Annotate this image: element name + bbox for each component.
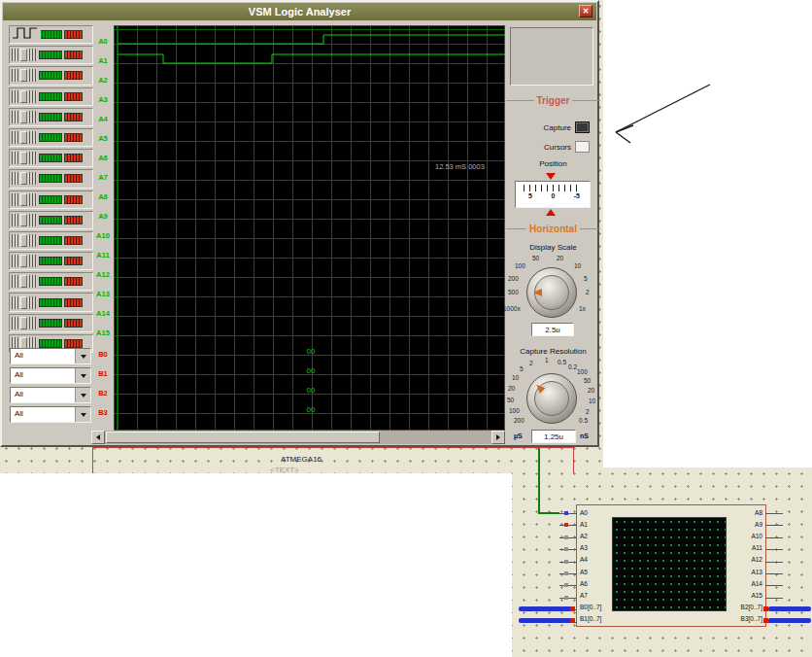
display-scale-value: 2.5u xyxy=(531,323,574,336)
trigger-pattern-a5[interactable] xyxy=(9,128,93,147)
cursors-row: Cursors xyxy=(510,141,590,153)
position-dial[interactable]: 5 0 -5 xyxy=(515,181,591,208)
pattern-slider-thumb[interactable] xyxy=(20,90,27,103)
trigger-pattern-a13[interactable] xyxy=(9,293,93,311)
capture-resolution-tick: 50 xyxy=(507,397,514,403)
analyser-pin-label: A10 xyxy=(751,533,762,539)
capture-resolution-tick: 2 xyxy=(586,408,590,415)
pattern-slider-thumb[interactable] xyxy=(20,234,27,247)
pattern-slider-thumb[interactable] xyxy=(20,49,27,61)
analyser-pin-label: A5 xyxy=(580,569,588,575)
trigger-pattern-a12[interactable] xyxy=(9,272,93,291)
display-scale-knob[interactable] xyxy=(526,267,577,318)
pattern-slider-thumb[interactable] xyxy=(20,172,27,185)
blank-area-right xyxy=(603,0,812,467)
arrow-left-icon xyxy=(96,434,100,440)
pattern-slider[interactable] xyxy=(12,275,37,288)
red-indicator xyxy=(64,133,83,142)
channel-filter-combo[interactable]: All xyxy=(10,406,91,423)
pattern-slider-thumb[interactable] xyxy=(20,152,27,164)
pattern-slider-thumb[interactable] xyxy=(20,275,27,288)
red-indicator xyxy=(64,277,83,286)
pattern-slider[interactable] xyxy=(12,296,37,309)
trigger-pattern-a10[interactable] xyxy=(9,231,93,250)
analyser-pin-label: A3 xyxy=(580,544,588,551)
analyser-pin-stub xyxy=(765,525,783,526)
channel-label-b3: B3 xyxy=(93,408,113,418)
window-titlebar[interactable]: VSM Logic Analyser ✕ xyxy=(3,3,596,20)
combo-dropdown-button[interactable] xyxy=(75,349,90,363)
pattern-slider-thumb[interactable] xyxy=(20,214,27,226)
pattern-slider-thumb[interactable] xyxy=(20,111,27,123)
trigger-pattern-a7[interactable] xyxy=(9,169,93,188)
combo-dropdown-button[interactable] xyxy=(75,368,90,383)
pattern-slider[interactable] xyxy=(12,214,37,226)
channel-label-a10: A10 xyxy=(93,231,113,241)
channel-filter-combo[interactable]: All xyxy=(10,387,91,403)
capture-resolution-tick: 20 xyxy=(508,385,515,392)
green-indicator xyxy=(39,236,62,245)
trigger-pattern-a3[interactable] xyxy=(9,87,93,106)
combo-dropdown-button[interactable] xyxy=(75,388,90,402)
pattern-slider[interactable] xyxy=(12,90,37,103)
trigger-pattern-a6[interactable] xyxy=(9,149,93,167)
pattern-slider-thumb[interactable] xyxy=(20,193,27,206)
green-indicator xyxy=(39,257,62,265)
scrollbar-thumb[interactable] xyxy=(106,432,380,443)
green-indicator xyxy=(39,92,62,101)
analyser-pin-stub xyxy=(559,585,577,586)
channel-label-a7: A7 xyxy=(93,173,113,183)
horizontal-scrollbar[interactable] xyxy=(91,431,505,444)
trigger-pattern-a11[interactable] xyxy=(9,252,93,270)
trigger-pattern-a9[interactable] xyxy=(9,211,93,229)
pattern-slider-thumb[interactable] xyxy=(20,69,27,82)
position-label: Position xyxy=(506,159,600,168)
pattern-slider[interactable] xyxy=(12,131,37,144)
capture-resolution-tick: 0.2 xyxy=(568,363,577,370)
pattern-slider[interactable] xyxy=(12,255,37,267)
pattern-slider[interactable] xyxy=(12,193,37,206)
scroll-right-button[interactable] xyxy=(491,431,505,444)
red-indicator xyxy=(64,298,83,307)
combo-dropdown-button[interactable] xyxy=(75,407,90,422)
bus-wire-b2 xyxy=(768,606,811,611)
trigger-pattern-a8[interactable] xyxy=(9,190,93,209)
pattern-slider[interactable] xyxy=(12,234,37,247)
channel-label-a6: A6 xyxy=(93,154,113,163)
analyser-pin-labels-right: A8A9A10A11A12A13A14A15B2[0..7]B3[0..7] xyxy=(741,509,762,622)
pattern-slider-thumb[interactable] xyxy=(20,255,27,267)
capture-resolution-knob[interactable] xyxy=(526,373,577,424)
analyser-pin-labels-left: A0A1A2A3A4A5A6A7B0[0..7]B1[0..7] xyxy=(580,509,601,622)
trigger-pattern-a4[interactable] xyxy=(9,108,93,126)
vsm-logic-analyser-window: VSM Logic Analyser ✕ A0A1A2A3A4A5A6A7A8A… xyxy=(0,0,599,447)
cursors-button[interactable] xyxy=(575,141,590,153)
pattern-slider-thumb[interactable] xyxy=(20,296,27,309)
channel-filter-combo[interactable]: All xyxy=(10,367,91,384)
pattern-slider[interactable] xyxy=(12,69,37,82)
pattern-slider[interactable] xyxy=(12,111,37,123)
logic-analyser-part[interactable]: A0A1A2A3A4A5A6A7B0[0..7]B1[0..7] A8A9A10… xyxy=(576,504,766,627)
pattern-slider-thumb[interactable] xyxy=(20,317,27,329)
window-title: VSM Logic Analyser xyxy=(249,6,351,17)
trigger-pattern-a14[interactable] xyxy=(9,314,93,332)
pattern-slider[interactable] xyxy=(12,152,37,164)
scroll-left-button[interactable] xyxy=(91,431,105,444)
pattern-slider[interactable] xyxy=(12,317,37,329)
capture-button[interactable] xyxy=(575,121,590,133)
channel-filter-combo[interactable]: All xyxy=(10,348,91,364)
channel-label-a9: A9 xyxy=(93,212,113,222)
capture-resolution-tick: 0.5 xyxy=(558,359,566,365)
green-indicator xyxy=(39,319,62,328)
close-icon: ✕ xyxy=(583,8,590,16)
close-button[interactable]: ✕ xyxy=(579,5,592,17)
pattern-slider[interactable] xyxy=(12,49,37,61)
bus-value: 00 xyxy=(299,366,322,375)
trigger-pattern-a2[interactable] xyxy=(9,66,93,85)
pattern-slider[interactable] xyxy=(12,172,37,185)
capture-resolution-tick: 100 xyxy=(577,368,588,375)
trace-display[interactable]: 12.53 mS 0003 00000000 xyxy=(114,25,505,431)
trigger-pattern-a1[interactable] xyxy=(9,46,93,64)
pattern-slider-thumb[interactable] xyxy=(20,131,27,144)
pin-marker xyxy=(564,583,568,587)
capture-resolution-tick: 200 xyxy=(514,417,524,424)
